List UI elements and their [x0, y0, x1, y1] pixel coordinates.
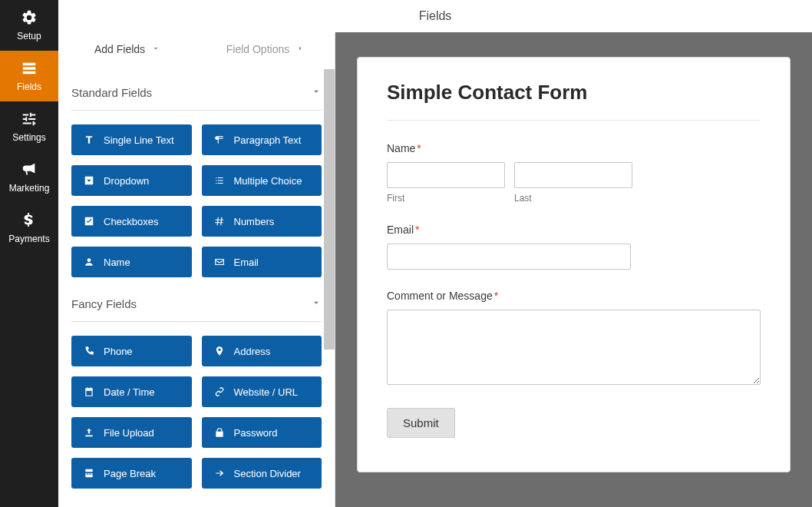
submit-button[interactable]: Submit: [387, 408, 455, 438]
field-dropdown[interactable]: Dropdown: [71, 165, 192, 196]
first-name-sublabel: First: [387, 193, 505, 204]
field-address[interactable]: Address: [202, 336, 322, 366]
arrow-right-icon: [214, 468, 225, 479]
field-label: Numbers: [234, 216, 275, 227]
nav-label: Settings: [0, 132, 58, 143]
field-password[interactable]: Password: [202, 417, 322, 448]
email-input[interactable]: [387, 244, 631, 270]
last-name-input[interactable]: [514, 162, 632, 188]
field-phone[interactable]: Phone: [71, 336, 192, 366]
field-label: Multiple Choice: [234, 175, 302, 187]
field-url[interactable]: Website / URL: [202, 376, 322, 407]
sidebar-nav: Setup Fields Settings Marketing Payments: [0, 0, 58, 507]
nav-fields[interactable]: Fields: [0, 51, 58, 101]
field-page-break[interactable]: Page Break: [71, 458, 192, 489]
nav-payments[interactable]: Payments: [0, 203, 58, 254]
field-label: Section Divider: [234, 468, 301, 479]
nav-settings[interactable]: Settings: [0, 101, 58, 152]
form-field-comment[interactable]: Comment or Message*: [387, 290, 761, 388]
envelope-icon: [214, 257, 225, 267]
form-canvas: Simple Contact Form Name* First Last: [335, 32, 812, 507]
sliders-icon: [0, 109, 58, 129]
nav-label: Payments: [0, 234, 58, 244]
required-mark: *: [415, 224, 419, 236]
page-title: Fields: [419, 9, 452, 23]
field-label: Page Break: [104, 468, 156, 479]
section-title: Standard Fields: [71, 86, 152, 99]
field-label: Website / URL: [234, 386, 299, 398]
field-label: Checkboxes: [104, 216, 159, 227]
panel-scrollbar[interactable]: [324, 69, 335, 350]
section-fancy-fields[interactable]: Fancy Fields: [71, 277, 322, 322]
gear-icon: [0, 8, 58, 28]
tab-field-options[interactable]: Field Options: [196, 32, 335, 66]
field-multiple-choice[interactable]: Multiple Choice: [202, 165, 322, 196]
tab-add-fields[interactable]: Add Fields: [58, 32, 196, 66]
form-field-name[interactable]: Name* First Last: [387, 142, 761, 204]
field-name[interactable]: Name: [71, 247, 192, 277]
tab-label: Field Options: [226, 43, 289, 55]
first-name-input[interactable]: [387, 162, 505, 188]
user-icon: [84, 257, 94, 267]
field-label: Paragraph Text: [234, 134, 302, 146]
chevron-down-icon: [151, 43, 160, 55]
form-title: Simple Contact Form: [387, 81, 761, 104]
section-standard-fields[interactable]: Standard Fields: [71, 66, 322, 111]
field-paragraph-text[interactable]: Paragraph Text: [202, 124, 322, 155]
panel-tabs: Add Fields Field Options: [58, 32, 335, 66]
required-mark: *: [494, 290, 498, 302]
nav-setup[interactable]: Setup: [0, 0, 58, 51]
field-email[interactable]: Email: [202, 247, 322, 277]
calendar-icon: [84, 386, 94, 397]
nav-label: Marketing: [0, 183, 58, 194]
field-label: Single Line Text: [104, 134, 174, 146]
hash-icon: [214, 216, 225, 227]
tab-label: Add Fields: [94, 43, 145, 55]
required-mark: *: [417, 142, 421, 154]
field-numbers[interactable]: Numbers: [202, 206, 322, 237]
field-label: Email: [234, 257, 259, 268]
field-label: Phone: [104, 346, 133, 357]
divider: [387, 120, 761, 121]
bullhorn-icon: [0, 160, 58, 180]
field-checkboxes[interactable]: Checkboxes: [71, 206, 192, 237]
nav-marketing[interactable]: Marketing: [0, 152, 58, 203]
page-break-icon: [84, 468, 94, 479]
field-label: File Upload: [104, 427, 154, 439]
chevron-down-icon: [311, 297, 322, 310]
nav-label: Fields: [0, 81, 58, 92]
builder-panel: Add Fields Field Options Standard Fields: [58, 32, 335, 507]
section-title: Fancy Fields: [71, 297, 137, 310]
paragraph-icon: [214, 134, 225, 145]
field-label-text: Name: [387, 142, 415, 154]
field-label: Name*: [387, 142, 761, 154]
page-header: Fields: [58, 0, 812, 32]
nav-label: Setup: [0, 31, 58, 41]
field-label: Dropdown: [104, 175, 149, 187]
list-ul-icon: [214, 175, 225, 186]
form-preview: Simple Contact Form Name* First Last: [357, 57, 791, 472]
phone-icon: [84, 346, 94, 356]
form-field-email[interactable]: Email*: [387, 224, 761, 270]
field-label: Date / Time: [104, 386, 154, 398]
field-single-line-text[interactable]: Single Line Text: [71, 124, 192, 155]
map-pin-icon: [214, 346, 225, 356]
field-label: Comment or Message*: [387, 290, 761, 302]
text-cursor-icon: [84, 134, 94, 145]
field-file-upload[interactable]: File Upload: [71, 417, 192, 448]
chevron-right-icon: [295, 43, 305, 55]
lock-icon: [214, 427, 225, 438]
chevron-square-icon: [84, 175, 94, 186]
comment-textarea[interactable]: [387, 310, 761, 385]
chevron-down-icon: [311, 86, 322, 99]
field-label: Password: [234, 427, 278, 439]
field-section-divider[interactable]: Section Divider: [202, 458, 322, 489]
field-label: Email*: [387, 224, 761, 236]
last-name-sublabel: Last: [514, 193, 632, 204]
field-label: Name: [104, 257, 130, 268]
field-datetime[interactable]: Date / Time: [71, 376, 192, 407]
field-label: Address: [234, 346, 271, 357]
list-icon: [0, 58, 58, 78]
link-icon: [214, 386, 225, 397]
field-label-text: Email: [387, 224, 414, 236]
